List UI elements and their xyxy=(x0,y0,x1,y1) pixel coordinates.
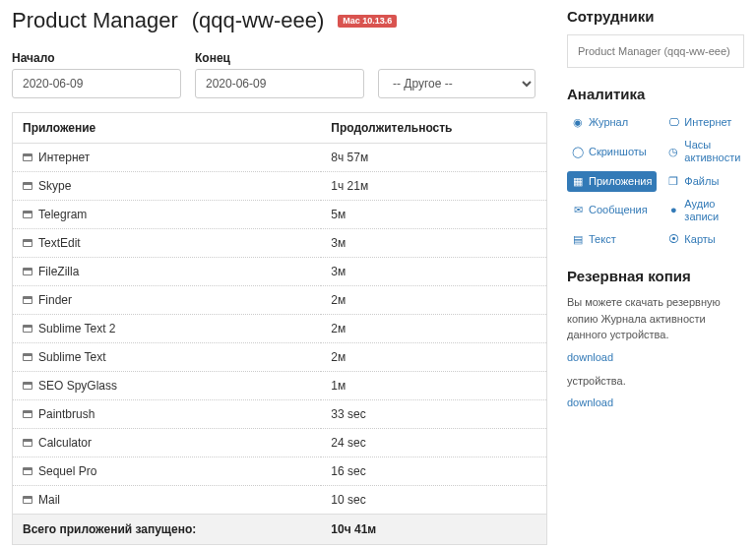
app-name: Calculator xyxy=(38,436,92,450)
table-row: FileZilla3м xyxy=(13,258,547,286)
app-cell: Telegram xyxy=(13,201,322,229)
nav-item-файлы[interactable]: ❐Файлы xyxy=(662,171,745,192)
window-icon xyxy=(23,353,32,361)
duration-cell: 10 sec xyxy=(321,486,546,515)
nav-item-журнал[interactable]: ◉Журнал xyxy=(567,112,657,133)
backup-section: Резервная копия Вы можете скачать резерв… xyxy=(567,268,744,418)
page-title: Product Manager xyxy=(12,8,178,33)
file-icon: ❐ xyxy=(667,175,679,187)
app-name: Интернет xyxy=(38,151,90,164)
window-icon xyxy=(23,296,32,304)
app-name: Sequel Pro xyxy=(38,464,96,478)
app-name: SEO SpyGlass xyxy=(38,379,117,393)
nav-item-карты[interactable]: ⦿Карты xyxy=(662,229,745,250)
duration-cell: 8ч 57м xyxy=(321,144,546,172)
table-row: Telegram5м xyxy=(13,201,547,229)
os-badge: Mac 10.13.6 xyxy=(338,15,397,28)
text-icon: ▤ xyxy=(572,234,584,246)
app-cell: Skype xyxy=(13,172,322,201)
duration-cell: 1ч 21м xyxy=(321,172,546,201)
col-duration-header: Продолжительность xyxy=(321,113,546,144)
backup-text: Вы можете скачать резервную копию Журнал… xyxy=(567,294,744,343)
app-cell: Sequel Pro xyxy=(13,457,322,486)
clock-icon: ◷ xyxy=(667,146,679,157)
table-row: Sublime Text2м xyxy=(13,343,547,372)
table-row: Paintbrush33 sec xyxy=(13,400,547,429)
app-name: FileZilla xyxy=(38,265,79,278)
end-date-input[interactable] xyxy=(195,69,364,98)
nav-label: Файлы xyxy=(684,175,719,188)
app-cell: TextEdit xyxy=(13,229,322,258)
app-name: TextEdit xyxy=(38,236,81,250)
nav-item-часы-активности[interactable]: ◷Часы активности xyxy=(662,135,745,168)
nav-item-текст[interactable]: ▤Текст xyxy=(567,229,657,250)
start-date-label: Начало xyxy=(12,51,181,65)
filter-bar: Начало Конец -- Другое -- xyxy=(12,51,547,98)
window-icon xyxy=(23,211,32,218)
duration-cell: 1м xyxy=(321,372,546,400)
app-cell: Интернет xyxy=(13,144,322,172)
app-cell: Sublime Text 2 xyxy=(13,315,322,343)
app-cell: SEO SpyGlass xyxy=(13,372,322,400)
other-spacer xyxy=(378,51,536,65)
window-icon xyxy=(23,239,32,247)
total-label: Всего приложений запущено: xyxy=(13,515,322,545)
duration-cell: 2м xyxy=(321,286,546,315)
nav-item-скриншоты[interactable]: ◯Скриншоты xyxy=(567,135,657,168)
mic-icon: ● xyxy=(667,205,679,216)
table-row: Sublime Text 22м xyxy=(13,315,547,343)
duration-cell: 16 sec xyxy=(321,457,546,486)
app-cell: Finder xyxy=(13,286,322,315)
nav-label: Часы активности xyxy=(684,139,740,164)
download-link[interactable]: download xyxy=(567,351,613,363)
start-date-input[interactable] xyxy=(12,69,181,98)
window-icon xyxy=(23,496,32,504)
col-app-header: Приложение xyxy=(13,113,322,144)
table-row: Mail10 sec xyxy=(13,486,547,515)
end-date-label: Конец xyxy=(195,51,364,65)
chat-icon: ✉ xyxy=(572,205,584,216)
nav-label: Интернет xyxy=(684,116,731,129)
duration-cell: 3м xyxy=(321,229,546,258)
nav-label: Сообщения xyxy=(589,204,648,216)
app-name: Sublime Text xyxy=(38,350,105,364)
app-name: Mail xyxy=(38,493,60,507)
app-name: Finder xyxy=(38,293,72,307)
nav-item-аудио-записи[interactable]: ●Аудио записи xyxy=(662,194,745,227)
nav-item-приложения[interactable]: ▦Приложения xyxy=(567,171,657,192)
total-value: 10ч 41м xyxy=(321,515,546,545)
app-cell: Mail xyxy=(13,486,322,515)
app-cell: FileZilla xyxy=(13,258,322,286)
table-row: SEO SpyGlass1м xyxy=(13,372,547,400)
window-icon xyxy=(23,439,32,447)
duration-cell: 3м xyxy=(321,258,546,286)
nav-item-сообщения[interactable]: ✉Сообщения xyxy=(567,194,657,227)
duration-cell: 2м xyxy=(321,315,546,343)
other-select[interactable]: -- Другое -- xyxy=(378,69,536,98)
app-cell: Calculator xyxy=(13,429,322,457)
eye-icon: ◉ xyxy=(572,117,584,129)
nav-label: Карты xyxy=(684,233,715,246)
camera-icon: ◯ xyxy=(572,146,584,157)
app-cell: Paintbrush xyxy=(13,400,322,429)
globe-icon: ⦿ xyxy=(667,234,679,246)
apps-table: Приложение Продолжительность Интернет8ч … xyxy=(12,112,547,545)
analytics-heading: Аналитика xyxy=(567,86,744,102)
page-header: Product Manager (qqq-ww-eee) Mac 10.13.6 xyxy=(12,8,547,33)
duration-cell: 24 sec xyxy=(321,429,546,457)
page-subtitle: (qqq-ww-eee) xyxy=(192,8,325,33)
table-row: TextEdit3м xyxy=(13,229,547,258)
nav-item-интернет[interactable]: 🖵Интернет xyxy=(662,112,745,133)
table-row: Skype1ч 21м xyxy=(13,172,547,201)
duration-cell: 33 sec xyxy=(321,400,546,429)
monitor-icon: 🖵 xyxy=(667,117,679,129)
employee-select[interactable]: Product Manager (qqq-ww-eee) xyxy=(567,34,744,68)
app-name: Paintbrush xyxy=(38,407,94,421)
table-row: Calculator24 sec xyxy=(13,429,547,457)
nav-label: Текст xyxy=(589,233,616,246)
app-name: Sublime Text 2 xyxy=(38,322,116,335)
duration-cell: 5м xyxy=(321,201,546,229)
nav-label: Скриншоты xyxy=(589,146,647,158)
download-link-2[interactable]: download xyxy=(567,396,613,408)
analytics-nav: ◉Журнал🖵Интернет◯Скриншоты◷Часы активнос… xyxy=(567,112,744,250)
